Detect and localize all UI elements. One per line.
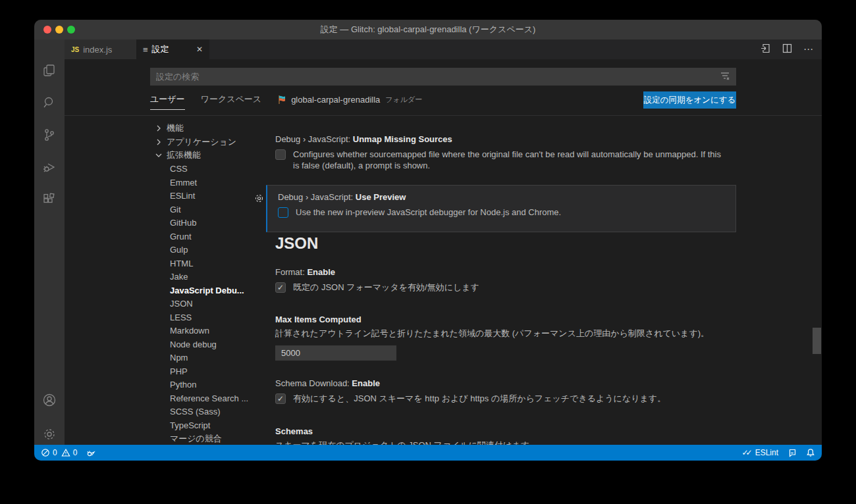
screenshot-stage: 設定 — Glitch: global-carpal-grenadilla (ワ… [0, 0, 856, 504]
toc-item[interactable]: JSON [153, 297, 272, 311]
toc-item[interactable]: PHP [153, 365, 272, 378]
toc-item-label: Grunt [170, 232, 192, 241]
toc-item-label: JSON [170, 299, 193, 309]
toc-item[interactable]: マージの競合 [153, 432, 272, 445]
toc-item-label: Git [170, 205, 181, 214]
notifications-bell-icon[interactable] [806, 448, 815, 457]
toc-item[interactable]: Gulp [153, 243, 272, 257]
warning-count: 0 [73, 448, 78, 457]
toc-item-label: アプリケーション [167, 136, 236, 148]
account-icon[interactable] [41, 392, 57, 408]
search-icon[interactable] [41, 95, 57, 111]
settings-search-input[interactable] [156, 72, 720, 82]
settings-search-box[interactable] [150, 68, 736, 86]
setting-use-preview: Debug › JavaScript: Use Preview Use the … [266, 185, 736, 232]
toc-item-label: Node debug [170, 340, 217, 349]
toc-item-label: SCSS (Sass) [170, 407, 221, 416]
toc-item[interactable]: 拡張機能 [153, 149, 272, 163]
toc-item[interactable]: Grunt [153, 230, 272, 243]
toc-item-label: Gulp [170, 245, 188, 255]
toc-item-label: Npm [170, 353, 188, 363]
toc-item[interactable]: Node debug [153, 338, 272, 351]
split-editor-icon[interactable] [782, 43, 793, 57]
toc-item-label: Markdown [170, 326, 209, 336]
chevron-down-icon [153, 150, 164, 161]
setting-title: Max Items Computed [275, 315, 736, 324]
setting-description: 既定の JSON フォーマッタを有効/無効にします [293, 282, 479, 293]
toc-item-label: ESLint [170, 191, 195, 201]
checkbox[interactable] [275, 282, 286, 293]
toc-item-label: TypeScript [170, 420, 210, 430]
feedback-icon[interactable] [788, 448, 797, 457]
toc-item[interactable]: TypeScript [153, 418, 272, 432]
checkbox[interactable] [278, 207, 288, 218]
setting-format-enable: Format: Enable 既定の JSON フォーマッタを有効/無効にします [275, 267, 736, 293]
scope-tab-folder[interactable]: global-carpal-grenadilla フォルダー [277, 95, 422, 109]
tab-index-js[interactable]: JS index.js [65, 39, 136, 59]
setting-gear-icon[interactable] [254, 193, 264, 203]
setting-title: Debug › JavaScript: Use Preview [278, 192, 736, 202]
window-title: 設定 — Glitch: global-carpal-grenadilla (ワ… [34, 20, 822, 39]
toc-item[interactable]: LESS [153, 311, 272, 324]
setting-schemas: Schemas スキーマを現在のプロジェクトの JSON ファイルに関連付けます [275, 426, 736, 445]
toc-item[interactable]: アプリケーション [153, 136, 272, 149]
explorer-icon[interactable] [41, 63, 57, 78]
run-debug-icon[interactable] [41, 159, 57, 175]
eslint-status[interactable]: ✓✓ ESLint [742, 448, 778, 457]
toc-item-label: 機能 [167, 122, 184, 134]
editor-scrollbar[interactable] [813, 328, 821, 354]
double-check-icon: ✓✓ [742, 448, 750, 457]
setting-description: Use the new in-preview JavaScript debugg… [296, 207, 561, 218]
toc-item[interactable]: Emmet [153, 176, 272, 189]
title-bar: 設定 — Glitch: global-carpal-grenadilla (ワ… [34, 20, 822, 39]
more-actions-icon[interactable]: ⋯ [803, 43, 814, 55]
filter-icon[interactable] [720, 70, 730, 84]
close-tab-icon[interactable]: ✕ [196, 45, 203, 54]
errors-status[interactable]: 0 [41, 448, 57, 457]
toc-item-label: Emmet [170, 178, 197, 188]
tab-label: index.js [83, 45, 112, 55]
tab-settings[interactable]: ≡ 設定 ✕ [136, 39, 209, 59]
scope-tab-user[interactable]: ユーザー [150, 93, 185, 110]
chevron-right-icon [153, 137, 164, 147]
toc-item[interactable]: GitHub [153, 216, 272, 230]
setting-schema-download: Schema Download: Enable 有効にすると、JSON スキーマ… [275, 378, 736, 405]
toc-item[interactable]: SCSS (Sass) [153, 405, 272, 419]
setting-max-items-computed: Max Items Computed 計算されたアウトライン記号と折りたたまれた… [275, 315, 736, 361]
scope-tab-workspace[interactable]: ワークスペース [201, 93, 262, 109]
toc-item[interactable]: HTML [153, 257, 272, 270]
activity-bar [34, 39, 65, 445]
open-settings-json-icon[interactable] [760, 43, 771, 57]
error-icon [41, 448, 50, 457]
toc-item[interactable]: Reference Search ... [153, 391, 272, 405]
javascript-file-icon: JS [71, 46, 79, 53]
toc-item[interactable]: 機能 [153, 122, 272, 136]
turn-on-settings-sync-button[interactable]: 設定の同期をオンにする [643, 91, 736, 109]
max-items-input[interactable] [275, 345, 396, 361]
toc-item[interactable]: Markdown [153, 324, 272, 338]
toc-item[interactable]: Npm [153, 351, 272, 365]
error-count: 0 [53, 448, 57, 457]
run-status-icon[interactable] [86, 448, 95, 457]
section-header-json: JSON [275, 234, 318, 253]
setting-unmap-missing-sources: Debug › JavaScript: Unmap Missing Source… [275, 134, 736, 171]
toc-item[interactable]: Git [153, 203, 272, 216]
toc-item[interactable]: CSS [153, 163, 272, 176]
setting-description: スキーマを現在のプロジェクトの JSON ファイルに関連付けます [275, 440, 736, 445]
setting-title: Debug › JavaScript: Unmap Missing Source… [275, 134, 736, 144]
warnings-status[interactable]: 0 [61, 448, 78, 457]
source-control-icon[interactable] [41, 127, 57, 143]
extensions-icon[interactable] [41, 191, 57, 207]
setting-description: Configures whether sourcemapped file whe… [293, 149, 729, 171]
toc-item[interactable]: Python [153, 378, 272, 392]
checkbox[interactable] [275, 393, 286, 404]
setting-description: 有効にすると、JSON スキーマを http および https の場所からフェ… [293, 393, 666, 405]
toc-item[interactable]: Jake [153, 270, 272, 284]
toc-item[interactable]: JavaScript Debu... [153, 284, 272, 297]
eslint-label: ESLint [755, 448, 778, 457]
toc-item-label: Python [170, 380, 196, 390]
settings-gear-icon[interactable] [41, 426, 57, 442]
checkbox[interactable] [275, 149, 286, 160]
settings-editor: ユーザー ワークスペース global-carpal-grenadilla フォ… [65, 59, 822, 445]
toc-item-label: LESS [170, 313, 192, 322]
